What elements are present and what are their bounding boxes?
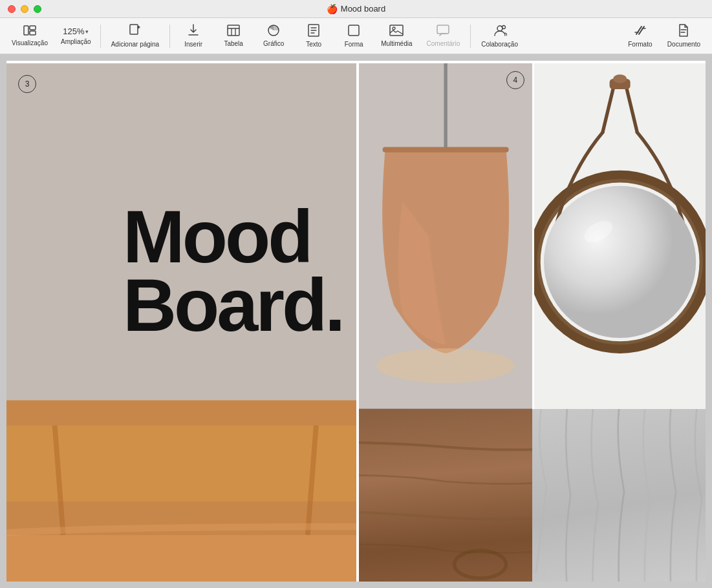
shape-icon: [347, 24, 360, 39]
chart-icon: [267, 25, 280, 38]
app-icon: 🍎: [327, 4, 338, 14]
toolbar-item-chart[interactable]: Gráfico: [254, 22, 293, 50]
toolbar-item-comment[interactable]: Comentário: [420, 22, 467, 50]
toolbar-item-table[interactable]: Tabela: [214, 22, 253, 50]
toolbar-item-add-page[interactable]: Adicionar página: [105, 21, 166, 50]
media-label: Multimédia: [381, 40, 412, 47]
toolbar-item-media[interactable]: Multimédia: [374, 22, 418, 50]
maximize-button[interactable]: [34, 5, 41, 13]
close-button[interactable]: [8, 5, 16, 13]
view-label: Visualização: [12, 39, 48, 47]
format-label: Formato: [628, 41, 652, 48]
quadrant-bottom-right: 4: [356, 61, 706, 582]
canvas-area[interactable]: 1: [0, 54, 712, 588]
collab-icon: [493, 24, 507, 39]
svg-rect-63: [359, 409, 532, 582]
quadrant-bottom-left: 3: [6, 61, 356, 582]
add-page-label: Adicionar página: [111, 41, 160, 48]
text-icon: [308, 24, 319, 39]
comment-label: Comentário: [427, 40, 460, 47]
shape-label: Forma: [345, 41, 363, 48]
window-title: 🍎 Mood board: [327, 4, 385, 14]
svg-rect-4: [228, 25, 239, 36]
pendant-lamp-image: 4: [359, 63, 532, 409]
badge-4: 4: [506, 71, 524, 89]
toolbar-item-view[interactable]: Visualização: [5, 23, 54, 49]
view-icon: [23, 25, 36, 37]
zoom-label: Ampliação: [61, 38, 91, 45]
insert-icon: [188, 24, 199, 39]
zoom-control[interactable]: 125% ▾ Ampliação: [56, 24, 96, 48]
toolbar-item-document[interactable]: Documento: [661, 21, 707, 50]
toolbar-item-format[interactable]: Formato: [621, 21, 660, 50]
table-label: Tabela: [224, 40, 243, 47]
text-label: Texto: [306, 41, 321, 48]
add-page-icon: [129, 24, 141, 39]
wood-texture-image: [359, 409, 532, 582]
moodboard: 1: [6, 61, 706, 582]
svg-rect-48: [6, 63, 356, 400]
svg-rect-1: [30, 26, 36, 30]
window-title-text: Mood board: [341, 4, 385, 14]
svg-point-11: [497, 26, 502, 31]
chart-label: Gráfico: [263, 40, 284, 47]
toolbar-item-shape[interactable]: Forma: [334, 21, 373, 50]
svg-rect-8: [390, 25, 403, 36]
svg-point-54: [376, 348, 515, 383]
toolbar-item-collab[interactable]: Colaboração: [475, 21, 524, 50]
format-icon: [634, 24, 647, 39]
document-icon: [678, 24, 689, 39]
svg-rect-3: [130, 25, 138, 34]
separator-2: [169, 25, 170, 48]
separator-1: [100, 25, 101, 48]
collab-label: Colaboração: [481, 41, 518, 48]
zoom-value: 125% ▾: [63, 26, 89, 36]
toolbar: Visualização 125% ▾ Ampliação Adicionar …: [0, 18, 712, 54]
minimize-button[interactable]: [21, 5, 28, 13]
table-icon: [227, 25, 240, 38]
toolbar-item-text[interactable]: Texto: [294, 21, 333, 50]
round-mirror-image: [532, 63, 706, 409]
svg-point-57: [613, 74, 627, 83]
window-controls: [8, 5, 41, 13]
document-label: Documento: [667, 41, 700, 48]
badge-3: 3: [18, 75, 36, 93]
svg-point-64: [454, 551, 506, 578]
svg-rect-10: [437, 25, 449, 34]
media-icon: [389, 25, 404, 38]
toolbar-item-insert[interactable]: Inserir: [174, 21, 213, 50]
svg-rect-0: [24, 26, 28, 35]
comment-icon: [437, 25, 449, 38]
separator-3: [470, 25, 471, 48]
svg-point-9: [393, 27, 395, 30]
svg-rect-7: [349, 25, 359, 36]
svg-rect-2: [30, 31, 36, 35]
svg-point-61: [544, 186, 696, 338]
insert-label: Inserir: [184, 41, 202, 48]
fur-texture-image: 1 — Terrazzo Floors 2 — Pop Color 3 — Wa…: [532, 409, 706, 582]
title-bar: 🍎 Mood board: [0, 0, 712, 18]
